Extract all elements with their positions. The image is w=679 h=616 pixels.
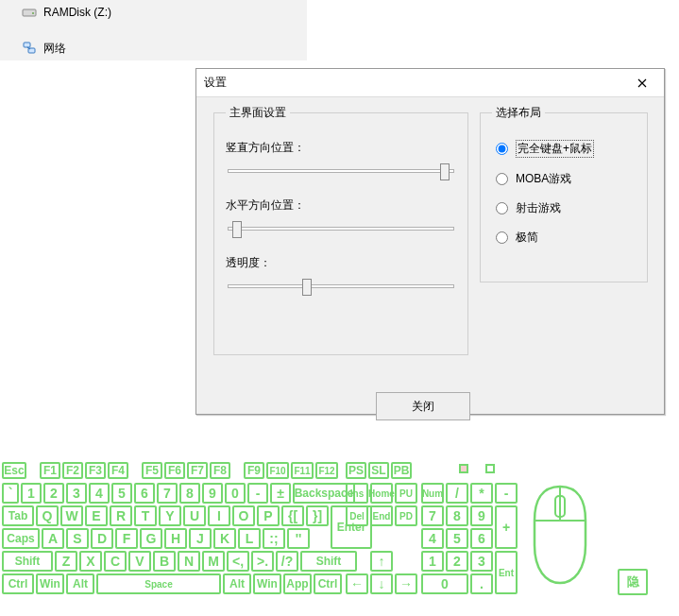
key-8[interactable]: 8: [446, 505, 468, 526]
key-f1[interactable]: F1: [40, 462, 60, 479]
key-sl[interactable]: SL: [368, 462, 389, 479]
key-x[interactable]: X: [79, 551, 102, 572]
key-home[interactable]: Home: [370, 483, 393, 504]
radio-input[interactable]: [496, 202, 508, 214]
key-m[interactable]: M: [202, 551, 225, 572]
key-k[interactable]: K: [213, 528, 236, 549]
key-4[interactable]: 4: [89, 483, 110, 504]
key-3[interactable]: 3: [470, 551, 493, 572]
key-p[interactable]: P: [257, 505, 280, 526]
key-num[interactable]: Num: [421, 483, 444, 504]
key-f[interactable]: F: [115, 528, 138, 549]
key-1[interactable]: 1: [421, 551, 444, 572]
radio-input[interactable]: [496, 231, 508, 244]
key-tab[interactable]: Tab: [2, 505, 34, 526]
key-w[interactable]: W: [60, 505, 83, 526]
key-3[interactable]: 3: [66, 483, 87, 504]
radio-layout-fps[interactable]: 射击游戏: [496, 200, 636, 216]
key-numpad-0[interactable]: 0: [421, 573, 468, 594]
key-arrow-right[interactable]: →: [395, 573, 417, 594]
key-e[interactable]: E: [85, 505, 108, 526]
key-:;[interactable]: :;: [263, 528, 285, 549]
key-*[interactable]: *: [470, 483, 493, 504]
hide-overlay-button[interactable]: 隐: [618, 569, 648, 595]
key-j[interactable]: J: [189, 528, 212, 549]
slider-opacity[interactable]: [226, 277, 456, 296]
key-9[interactable]: 9: [470, 505, 493, 526]
key-win-right[interactable]: Win: [253, 573, 281, 594]
key-ins[interactable]: Ins: [346, 483, 368, 504]
key--[interactable]: -: [247, 483, 268, 504]
key-}][interactable]: }]: [306, 505, 329, 526]
tree-item-ramdisk[interactable]: RAMDisk (Z:): [0, 0, 307, 25]
slider-vertical-pos[interactable]: [226, 162, 456, 180]
key-7[interactable]: 7: [157, 483, 178, 504]
key-f4[interactable]: F4: [108, 462, 128, 479]
slider-horizontal-pos[interactable]: [226, 219, 456, 238]
key-6[interactable]: 6: [134, 483, 155, 504]
key-caps[interactable]: Caps: [2, 528, 40, 549]
key-numpad-plus[interactable]: +: [495, 505, 518, 549]
key-a[interactable]: A: [42, 528, 64, 549]
key-5[interactable]: 5: [111, 483, 132, 504]
key-i[interactable]: I: [208, 505, 230, 526]
key-win-left[interactable]: Win: [36, 573, 64, 594]
radio-input[interactable]: [496, 173, 508, 185]
key-2[interactable]: 2: [446, 551, 468, 572]
key-`[interactable]: `: [2, 483, 19, 504]
key-9[interactable]: 9: [202, 483, 223, 504]
tree-item-network[interactable]: 网络: [0, 36, 307, 60]
key-u[interactable]: U: [183, 505, 206, 526]
key-pd[interactable]: PD: [395, 505, 417, 526]
key-arrow-up[interactable]: ↑: [370, 551, 393, 572]
key--[interactable]: -: [495, 483, 518, 504]
key-numpad-dot[interactable]: .: [470, 573, 493, 594]
key-q[interactable]: Q: [36, 505, 59, 526]
key-/[interactable]: /: [446, 483, 468, 504]
key-numpad-enter[interactable]: Ent: [495, 551, 518, 594]
key-f8[interactable]: F8: [210, 462, 230, 479]
key-<,[interactable]: <,: [227, 551, 249, 572]
key-y[interactable]: Y: [159, 505, 181, 526]
key-7[interactable]: 7: [421, 505, 444, 526]
key-f6[interactable]: F6: [164, 462, 185, 479]
key-ps[interactable]: PS: [346, 462, 366, 479]
key-del[interactable]: Del: [346, 505, 368, 526]
key-s[interactable]: S: [66, 528, 89, 549]
key-t[interactable]: T: [134, 505, 157, 526]
key-app[interactable]: App: [283, 573, 312, 594]
key-d[interactable]: D: [91, 528, 113, 549]
key-f11[interactable]: F11: [291, 462, 314, 479]
key-6[interactable]: 6: [470, 528, 493, 549]
key-o[interactable]: O: [232, 505, 255, 526]
radio-layout-moba[interactable]: MOBA游戏: [496, 171, 636, 187]
key-/?[interactable]: /?: [276, 551, 298, 572]
dialog-close-button[interactable]: [622, 71, 662, 95]
radio-input[interactable]: [496, 143, 508, 155]
radio-layout-minimal[interactable]: 极简: [496, 230, 636, 246]
key-1[interactable]: 1: [21, 483, 42, 504]
key-space[interactable]: Space: [96, 573, 221, 594]
key-0[interactable]: 0: [225, 483, 246, 504]
key-±[interactable]: ±: [270, 483, 291, 504]
radio-layout-full[interactable]: 完全键盘+鼠标: [496, 140, 636, 158]
key-b[interactable]: B: [153, 551, 176, 572]
key-f10[interactable]: F10: [266, 462, 289, 479]
key-f2[interactable]: F2: [62, 462, 83, 479]
key-h[interactable]: H: [164, 528, 187, 549]
key-2[interactable]: 2: [43, 483, 64, 504]
key-shift-right[interactable]: Shift: [300, 551, 357, 572]
key-f7[interactable]: F7: [187, 462, 208, 479]
key-pu[interactable]: PU: [395, 483, 417, 504]
key-8[interactable]: 8: [179, 483, 200, 504]
key-esc[interactable]: Esc: [2, 462, 26, 479]
key-f12[interactable]: F12: [315, 462, 338, 479]
key-v[interactable]: V: [128, 551, 151, 572]
key-f5[interactable]: F5: [142, 462, 162, 479]
key-c[interactable]: C: [104, 551, 127, 572]
key-alt-right[interactable]: Alt: [223, 573, 251, 594]
key-shift-left[interactable]: Shift: [2, 551, 53, 572]
key-n[interactable]: N: [178, 551, 200, 572]
key-pb[interactable]: PB: [391, 462, 412, 479]
key-f9[interactable]: F9: [244, 462, 264, 479]
